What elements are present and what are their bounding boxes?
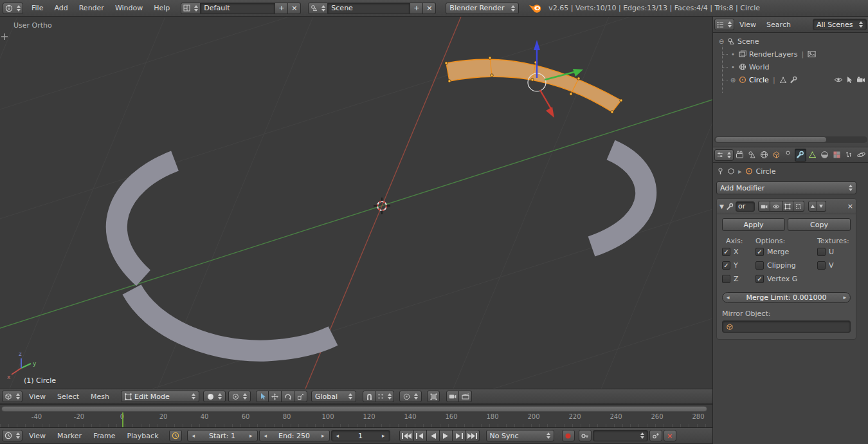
modifier-render-toggle[interactable] <box>758 201 770 212</box>
tab-render[interactable] <box>734 149 746 162</box>
breadcrumb-object-name[interactable]: Circle <box>756 167 776 176</box>
scene-name-field[interactable]: Scene <box>328 3 410 14</box>
modifier-move-down-button[interactable] <box>817 201 826 212</box>
menu-render[interactable]: Render <box>74 4 109 12</box>
render-engine-select[interactable]: Blender Render <box>446 3 519 14</box>
screen-layout-delete-button[interactable]: × <box>288 3 301 14</box>
outliner-display-filter-select[interactable]: All Scenes <box>813 19 867 30</box>
tab-object[interactable] <box>770 149 782 162</box>
expander-icon[interactable]: ⊕ <box>730 77 736 84</box>
menu-add[interactable]: Add <box>49 4 73 12</box>
selectability-cursor-icon[interactable] <box>846 76 853 84</box>
scene-browse-button[interactable] <box>308 3 328 14</box>
timeline-menu-marker[interactable]: Marker <box>52 432 87 440</box>
manipulator-toggle-button[interactable] <box>256 391 269 402</box>
preview-range-toggle[interactable] <box>169 430 182 441</box>
step-left-icon[interactable]: ◂ <box>263 432 269 439</box>
manipulator-translate-button[interactable] <box>269 391 282 402</box>
delete-keyframe-button[interactable]: × <box>664 430 676 441</box>
occlude-geometry-toggle[interactable] <box>427 391 440 402</box>
checkbox-texture-u[interactable]: U <box>817 245 851 259</box>
tab-modifiers[interactable] <box>795 149 806 162</box>
step-right-icon[interactable]: ▸ <box>320 432 326 439</box>
previous-keyframe-button[interactable] <box>414 430 427 441</box>
view3d-menu-view[interactable]: View <box>24 393 51 401</box>
current-frame-line[interactable] <box>122 412 123 427</box>
modifier-name-field[interactable]: or <box>736 201 755 212</box>
manipulator-scale-button[interactable] <box>294 391 307 402</box>
current-frame-field[interactable]: ◂ 1 ▸ <box>331 430 390 441</box>
play-button[interactable] <box>440 430 453 441</box>
outliner-menu-view[interactable]: View <box>734 21 761 29</box>
jump-to-end-button[interactable] <box>466 430 480 441</box>
renderlayer-data-icon[interactable] <box>808 50 816 58</box>
tab-particles[interactable] <box>843 149 854 162</box>
checkbox-vertex-groups[interactable]: ✓ Vertex G <box>755 272 817 286</box>
next-keyframe-button[interactable] <box>453 430 466 441</box>
pivot-point-select[interactable] <box>228 391 251 402</box>
step-left-icon[interactable]: ◂ <box>191 432 197 439</box>
outliner-scrollbar-thumb[interactable] <box>716 137 826 142</box>
wrench-icon[interactable] <box>790 76 797 84</box>
view3d-menu-select[interactable]: Select <box>52 393 84 401</box>
outliner-item-circle[interactable]: ⊕ Circle | <box>713 73 868 86</box>
checkbox-clipping[interactable]: Clipping <box>755 259 817 272</box>
slider-left-arrow-icon[interactable]: ◂ <box>725 294 731 301</box>
modifier-move-up-button[interactable] <box>808 201 817 212</box>
screen-layout-name-field[interactable]: Default <box>201 3 275 14</box>
editor-type-button-view3d[interactable] <box>2 391 23 402</box>
step-left-icon[interactable]: ◂ <box>335 432 341 439</box>
scene-add-button[interactable]: + <box>410 3 423 14</box>
mirror-object-select[interactable] <box>722 320 851 333</box>
add-modifier-button[interactable]: Add Modifier <box>716 181 856 194</box>
outliner-item-renderlayers[interactable]: • RenderLayers | <box>713 48 868 60</box>
modifier-visibility-toggle[interactable] <box>770 201 782 212</box>
record-button[interactable] <box>562 430 575 441</box>
menu-window[interactable]: Window <box>110 4 148 12</box>
tab-constraints[interactable] <box>782 149 794 162</box>
opengl-render-button[interactable] <box>446 391 459 402</box>
checkbox-axis-y[interactable]: ✓ Y <box>722 259 755 272</box>
region-expand-icon[interactable] <box>1 33 8 40</box>
visibility-eye-icon[interactable] <box>834 76 843 84</box>
modifier-cage-toggle[interactable] <box>793 201 804 212</box>
frame-end-field[interactable]: ◂ End: 250 ▸ <box>259 430 330 441</box>
object-cube-icon[interactable] <box>727 167 735 175</box>
snap-toggle-button[interactable] <box>363 391 375 402</box>
view3d-menu-mesh[interactable]: Mesh <box>86 393 114 401</box>
checkbox-texture-v[interactable]: V <box>817 259 851 272</box>
checkbox-axis-x[interactable]: ✓ X <box>722 245 755 259</box>
tab-physics[interactable] <box>855 149 867 162</box>
screen-layout-add-button[interactable]: + <box>275 3 288 14</box>
outliner-menu-search[interactable]: Search <box>761 21 796 29</box>
outliner-item-scene[interactable]: ⊖ Scene <box>713 35 868 48</box>
viewport-shading-select[interactable] <box>203 391 226 402</box>
sync-mode-select[interactable]: No Sync <box>486 430 554 441</box>
editor-type-button-outliner[interactable] <box>714 19 734 30</box>
outliner-scrollbar-track[interactable] <box>714 136 867 143</box>
copy-button[interactable]: Copy <box>788 218 851 231</box>
timeline-ruler[interactable]: -40 -20 0 20 40 60 80 100 120 140 160 18… <box>0 404 712 427</box>
collapse-triangle-icon[interactable]: ▼ <box>719 203 724 210</box>
modifier-delete-button[interactable]: × <box>847 202 853 210</box>
snap-element-select[interactable] <box>375 391 394 402</box>
timeline-menu-playback[interactable]: Playback <box>122 432 163 440</box>
tab-world[interactable] <box>758 149 770 162</box>
selected-mesh-arc[interactable] <box>445 57 622 113</box>
jump-to-start-button[interactable] <box>399 430 414 441</box>
tab-texture[interactable] <box>831 149 842 162</box>
timeline-menu-frame[interactable]: Frame <box>88 432 120 440</box>
frame-start-field[interactable]: ◂ Start: 1 ▸ <box>187 430 258 441</box>
modifier-editmode-toggle[interactable] <box>782 201 793 212</box>
editor-type-button-timeline[interactable] <box>2 430 23 441</box>
opengl-anim-render-button[interactable] <box>459 391 472 402</box>
keying-icon-button[interactable] <box>579 430 592 441</box>
pin-icon[interactable] <box>717 167 724 175</box>
3d-viewport[interactable]: x y z User Ortho (1) Circle <box>0 17 712 389</box>
keying-set-select[interactable] <box>593 430 648 441</box>
menu-file[interactable]: File <box>26 4 48 12</box>
checkbox-axis-z[interactable]: Z <box>722 272 755 286</box>
slider-right-arrow-icon[interactable]: ▸ <box>842 294 847 301</box>
screen-layout-browse-button[interactable] <box>181 3 201 14</box>
mesh-data-icon[interactable] <box>779 76 787 84</box>
